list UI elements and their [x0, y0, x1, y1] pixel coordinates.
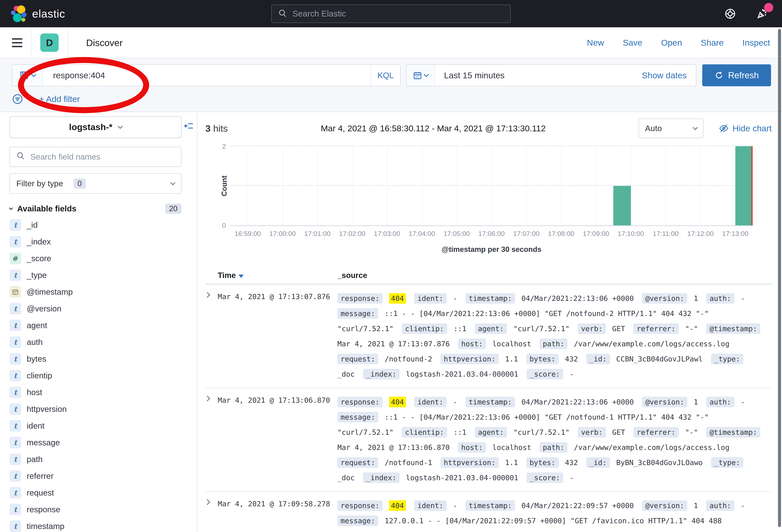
field-item-@timestamp[interactable]: @timestamp: [9, 283, 188, 300]
field-item-_score[interactable]: #_score: [9, 250, 188, 267]
source-field-badge: @version:: [642, 500, 687, 511]
vertical-scrollbar[interactable]: [778, 29, 781, 527]
field-item-agent[interactable]: tagent: [9, 317, 188, 334]
expand-row-button[interactable]: [205, 394, 218, 485]
hide-chart-link[interactable]: Hide chart: [719, 123, 772, 133]
field-item-timestamp[interactable]: ttimestamp: [9, 518, 188, 532]
source-value: 04/Mar/2021:22:09:57 +0000: [522, 501, 634, 510]
x-axis-tick: 17:06:00: [478, 230, 505, 237]
x-axis-tick: 17:07:00: [513, 230, 539, 237]
source-field-badge: timestamp:: [466, 293, 515, 304]
interval-value: Auto: [645, 124, 662, 133]
field-item-httpversion[interactable]: thttpversion: [9, 401, 188, 417]
refresh-button[interactable]: Refresh: [702, 64, 771, 86]
source-field-badge: clientip:: [402, 427, 447, 438]
histogram-bar[interactable]: [613, 186, 631, 226]
filter-icon[interactable]: [12, 93, 23, 105]
string-field-icon: t: [9, 420, 21, 431]
global-search-placeholder: Search Elastic: [292, 9, 346, 18]
type-filter-count-badge: 0: [74, 179, 86, 189]
source-value: Mar 4, 2021 @ 17:13:07.876: [337, 340, 450, 348]
field-name: auth: [27, 338, 43, 347]
field-name: referrer: [27, 471, 54, 481]
source-field-badge: _score:: [527, 369, 563, 379]
source-value: _doc: [337, 473, 355, 482]
number-field-icon: #: [9, 253, 21, 264]
saved-query-menu-button[interactable]: [12, 65, 43, 86]
sort-desc-icon: [239, 274, 244, 278]
time-range-display[interactable]: Last 15 minutes Show dates: [435, 65, 696, 86]
field-item-path[interactable]: tpath: [9, 451, 188, 468]
add-filter-link[interactable]: + Add filter: [39, 94, 80, 104]
histogram-bar[interactable]: [735, 146, 753, 225]
chevron-down-icon: [170, 180, 175, 185]
field-item-bytes[interactable]: tbytes: [9, 350, 188, 367]
discover-app-badge[interactable]: D: [40, 34, 59, 52]
calendar-menu-button[interactable]: [406, 65, 435, 86]
field-item-host[interactable]: thost: [9, 384, 188, 401]
y-axis-tick: 0: [222, 222, 226, 229]
query-input[interactable]: response:404: [43, 65, 371, 86]
field-item-clientip[interactable]: tclientip: [9, 367, 188, 384]
field-item-_id[interactable]: t_id: [9, 217, 188, 233]
interval-select[interactable]: Auto: [639, 119, 704, 138]
header-action-save[interactable]: Save: [623, 38, 642, 48]
header-action-share[interactable]: Share: [701, 38, 724, 48]
chart-gridline-vertical: [387, 146, 387, 225]
field-item-request[interactable]: trequest: [9, 484, 188, 501]
source-value: CCBN_3cB04dGovJLPawl: [616, 355, 703, 363]
expand-row-button[interactable]: [205, 291, 218, 382]
field-item-_index[interactable]: t_index: [9, 233, 188, 250]
source-field-badge: agent:: [475, 324, 507, 334]
search-icon: [278, 9, 287, 19]
chart-gridline-vertical: [526, 146, 527, 225]
menu-icon[interactable]: [12, 38, 22, 47]
string-field-icon: t: [9, 269, 21, 281]
global-search-input[interactable]: Search Elastic: [271, 5, 511, 23]
source-field-badge: _score:: [527, 472, 563, 483]
newsfeed-icon[interactable]: [756, 8, 768, 20]
field-item-message[interactable]: tmessage: [9, 434, 188, 451]
field-item-_type[interactable]: t_type: [9, 267, 188, 283]
source-field-badge: ident:: [414, 293, 447, 304]
hide-chart-label: Hide chart: [733, 123, 772, 133]
filter-by-type-dropdown[interactable]: Filter by type 0: [9, 173, 181, 194]
divider: [31, 27, 32, 58]
source-field-badge: path:: [539, 339, 567, 349]
chevron-right-icon: [205, 396, 210, 401]
field-name: message: [27, 438, 60, 447]
source-value: GET: [612, 325, 625, 333]
source-value: _doc: [337, 370, 355, 378]
field-name: host: [27, 388, 42, 397]
query-language-button[interactable]: KQL: [371, 65, 400, 86]
help-icon[interactable]: [724, 8, 736, 20]
header-action-open[interactable]: Open: [661, 38, 682, 48]
header-action-new[interactable]: New: [587, 38, 604, 48]
header-action-inspect[interactable]: Inspect: [742, 38, 770, 48]
query-section: response:404 KQL Last 15 minutes Sho: [0, 59, 782, 112]
collapse-sidebar-icon[interactable]: [184, 121, 194, 132]
x-axis-tick: 17:05:00: [443, 230, 470, 237]
time-column-header[interactable]: Time: [218, 271, 337, 280]
source-field-badge: _index:: [363, 369, 399, 379]
field-item-@version[interactable]: t@version: [9, 300, 188, 317]
histogram-chart[interactable]: Count @timestamp per 30 seconds 16:59:00…: [205, 146, 772, 262]
field-name: path: [27, 455, 43, 464]
show-dates-link[interactable]: Show dates: [642, 71, 687, 80]
discover-main-panel: 3 hits Mar 4, 2021 @ 16:58:30.112 - Mar …: [198, 112, 782, 532]
elastic-logo[interactable]: [11, 5, 27, 22]
source-value: 04/Mar/2021:22:13:06 +0000: [522, 398, 634, 406]
source-field-badge: referrer:: [634, 324, 679, 334]
index-pattern-selector[interactable]: logstash-*: [9, 116, 181, 138]
field-item-referrer[interactable]: treferrer: [9, 468, 188, 484]
field-item-ident[interactable]: tident: [9, 417, 188, 434]
field-search-input[interactable]: Search field names: [9, 147, 181, 167]
field-name: @version: [27, 304, 62, 313]
field-item-response[interactable]: tresponse: [9, 501, 188, 518]
source-value: 04/Mar/2021:22:13:06 +0000: [522, 294, 634, 302]
field-item-auth[interactable]: tauth: [9, 334, 188, 350]
source-value: -: [741, 501, 745, 510]
available-fields-header[interactable]: Available fields 20: [9, 204, 181, 214]
expand-row-button[interactable]: [205, 498, 218, 532]
row-source: response: 404 ident: - timestamp: 04/Mar…: [337, 291, 772, 382]
